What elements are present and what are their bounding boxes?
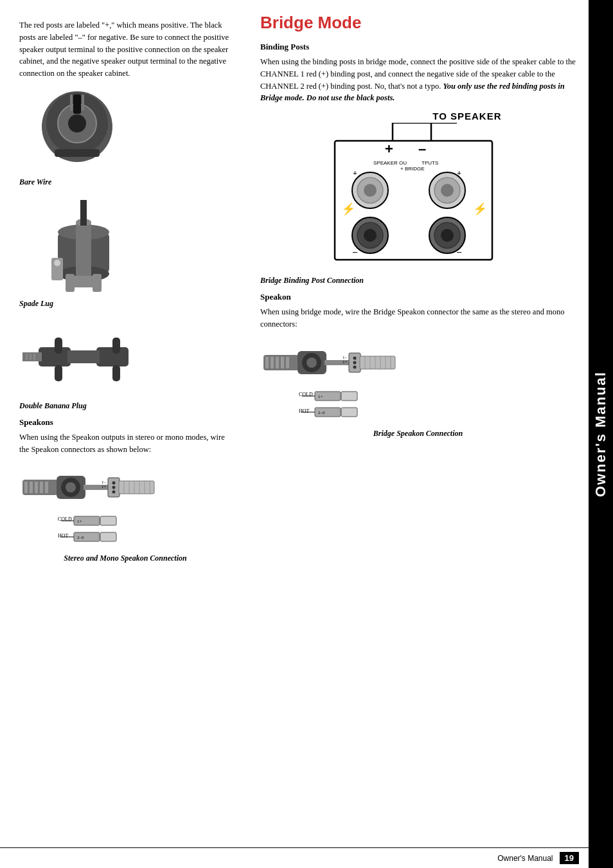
intro-text: The red posts are labeled "+," which mea… bbox=[19, 19, 231, 80]
sidebar-tab-text: Owner's Manual bbox=[592, 371, 609, 497]
svg-text:TPUTS: TPUTS bbox=[422, 160, 438, 166]
to-speaker-label: TO SPEAKER bbox=[328, 111, 508, 122]
svg-rect-14 bbox=[66, 274, 75, 292]
svg-rect-120 bbox=[341, 408, 357, 417]
bare-wire-svg bbox=[19, 91, 135, 175]
svg-point-87 bbox=[441, 229, 454, 242]
bridge-speakon-label: Bridge Speakon Connection bbox=[260, 429, 576, 439]
svg-point-103 bbox=[353, 365, 357, 368]
svg-text:+: + bbox=[457, 168, 461, 177]
svg-point-77 bbox=[441, 184, 454, 197]
svg-rect-91 bbox=[265, 357, 269, 368]
svg-rect-21 bbox=[55, 365, 62, 381]
svg-text:1+: 1+ bbox=[102, 484, 107, 489]
svg-point-41 bbox=[112, 482, 116, 485]
binding-post-svg: + – SPEAKER OU TPUTS + BRIDGE bbox=[328, 123, 502, 271]
main-content: The red posts are labeled "+," which mea… bbox=[0, 0, 589, 868]
bridge-mode-title: Bridge Mode bbox=[260, 13, 576, 33]
speakon-stereo-diagram: 1– 1+ COLD bbox=[19, 462, 231, 548]
svg-text:2–0: 2–0 bbox=[318, 410, 325, 415]
svg-point-43 bbox=[112, 491, 116, 494]
svg-point-42 bbox=[112, 486, 116, 489]
bridge-speakon-detail-svg: COLD 1+ HOT 2–0 bbox=[260, 388, 389, 424]
binding-posts-heading: Binding Posts bbox=[260, 42, 576, 52]
sidebar-tab: Owner's Manual bbox=[589, 0, 613, 868]
svg-rect-92 bbox=[271, 357, 274, 368]
speakon-detail-svg: COLD 1+ HOT 2–0 bbox=[19, 513, 148, 548]
svg-text:+ BRIDGE: + BRIDGE bbox=[400, 166, 425, 172]
spade-lug-label: Spade Lug bbox=[19, 299, 53, 309]
svg-rect-7 bbox=[82, 95, 84, 111]
svg-point-38 bbox=[66, 482, 76, 493]
svg-rect-95 bbox=[286, 357, 289, 368]
svg-text:+: + bbox=[353, 168, 357, 177]
svg-rect-13 bbox=[80, 200, 87, 226]
svg-point-3 bbox=[68, 114, 86, 132]
binding-posts-text: When using the binding posts in bridge m… bbox=[260, 56, 576, 104]
page-number: 19 bbox=[560, 852, 579, 864]
svg-point-18 bbox=[54, 260, 60, 266]
svg-point-84 bbox=[364, 229, 377, 242]
bridge-speakon-svg: 1– 1+ bbox=[260, 337, 466, 388]
svg-rect-60 bbox=[100, 532, 116, 541]
speakon-heading: Speakon bbox=[260, 292, 576, 302]
svg-rect-34 bbox=[40, 482, 43, 493]
svg-text:–: – bbox=[418, 141, 426, 157]
svg-text:+: + bbox=[385, 141, 393, 157]
svg-text:–: – bbox=[456, 247, 462, 257]
svg-text:COLD: COLD bbox=[299, 392, 313, 397]
svg-rect-16 bbox=[75, 276, 93, 287]
svg-rect-29 bbox=[33, 354, 35, 360]
double-banana-figure: Double Banana Plug bbox=[19, 315, 231, 411]
svg-point-101 bbox=[353, 356, 357, 359]
svg-rect-27 bbox=[26, 354, 28, 360]
svg-text:2–0: 2–0 bbox=[77, 535, 84, 540]
svg-text:HOT: HOT bbox=[58, 533, 69, 539]
svg-text:⚡: ⚡ bbox=[473, 202, 488, 216]
footer-label: Owner's Manual bbox=[497, 854, 553, 863]
spade-lug-figure: Spade Lug bbox=[19, 194, 231, 309]
svg-rect-4 bbox=[55, 149, 100, 157]
svg-rect-20 bbox=[55, 338, 62, 354]
speakon-bridge-text: When using bridge mode, wire the Bridge … bbox=[260, 306, 576, 330]
svg-rect-93 bbox=[276, 357, 279, 368]
svg-text:–: – bbox=[352, 247, 358, 257]
svg-rect-116 bbox=[341, 392, 357, 401]
svg-text:⚡: ⚡ bbox=[341, 202, 356, 216]
bare-wire-figure: Bare Wire bbox=[19, 91, 231, 187]
svg-rect-31 bbox=[24, 482, 28, 493]
footer: Owner's Manual 19 bbox=[0, 847, 589, 868]
svg-point-74 bbox=[364, 184, 377, 197]
svg-rect-94 bbox=[281, 357, 284, 368]
spade-lug-svg bbox=[19, 194, 135, 296]
svg-rect-5 bbox=[73, 95, 81, 114]
svg-rect-35 bbox=[45, 482, 48, 493]
bridge-binding-post-label: Bridge Binding Post Connection bbox=[260, 276, 364, 285]
two-column-layout: The red posts are labeled "+," which mea… bbox=[0, 0, 589, 847]
svg-rect-11 bbox=[76, 222, 91, 277]
svg-text:HOT: HOT bbox=[299, 408, 310, 414]
svg-rect-28 bbox=[30, 354, 31, 360]
svg-rect-56 bbox=[100, 516, 116, 525]
binding-post-diagram: TO SPEAKER + – SPEAKE bbox=[260, 111, 576, 285]
svg-text:1+: 1+ bbox=[318, 394, 323, 399]
speakons-text: When using the Speakon outputs in stereo… bbox=[19, 431, 231, 456]
double-banana-svg bbox=[19, 315, 167, 399]
left-column: The red posts are labeled "+," which mea… bbox=[0, 0, 244, 847]
svg-rect-26 bbox=[22, 352, 42, 361]
svg-rect-24 bbox=[112, 365, 120, 381]
speakons-heading: Speakons bbox=[19, 417, 231, 428]
svg-text:1+: 1+ bbox=[77, 519, 82, 524]
bridge-speakon-diagram: 1– 1+ COLD 1+ bbox=[260, 337, 576, 424]
svg-rect-15 bbox=[93, 274, 102, 292]
speakon-stereo-svg: 1– 1+ bbox=[19, 462, 225, 513]
svg-text:1+: 1+ bbox=[342, 359, 348, 365]
svg-rect-25 bbox=[67, 350, 100, 363]
svg-point-98 bbox=[306, 357, 317, 368]
svg-rect-23 bbox=[112, 338, 120, 354]
svg-rect-33 bbox=[35, 482, 38, 493]
page: The red posts are labeled "+," which mea… bbox=[0, 0, 613, 868]
speakon-stereo-label: Stereo and Mono Speakon Connection bbox=[19, 554, 231, 563]
svg-rect-6 bbox=[70, 95, 73, 111]
double-banana-label: Double Banana Plug bbox=[19, 401, 87, 411]
